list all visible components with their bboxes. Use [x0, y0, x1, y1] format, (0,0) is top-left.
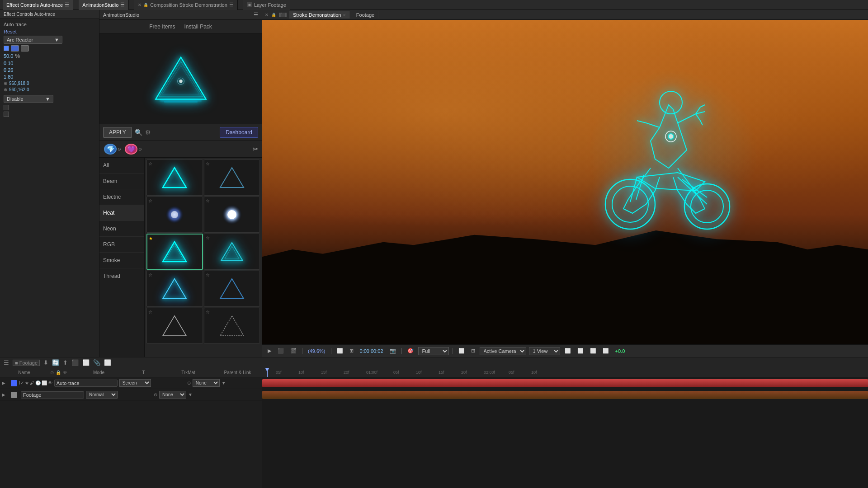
settings-icon-tabs[interactable]: ✂ — [253, 145, 258, 153]
cat-beam[interactable]: Beam — [99, 174, 144, 189]
star-6[interactable]: ☆ — [206, 235, 210, 240]
star-1[interactable]: ☆ — [148, 161, 152, 166]
disable-dropdown[interactable]: Disable ▼ — [4, 95, 53, 103]
track-bar-1[interactable] — [262, 379, 868, 387]
install-pack-link[interactable]: Install Pack — [184, 23, 212, 30]
star-7[interactable]: ☆ — [148, 272, 152, 277]
cat-electric[interactable]: Electric — [99, 189, 144, 205]
preset-item-5[interactable]: ★ — [146, 234, 203, 270]
comp-tab-stroke-demo[interactable]: Stroke Demonstration < — [289, 11, 350, 19]
coords1[interactable]: 960,918.0 — [9, 81, 29, 86]
settings-icon-toolbar[interactable]: ⚙ — [145, 129, 151, 136]
pct-value[interactable]: 50.0 — [4, 53, 13, 59]
cat-all[interactable]: All — [99, 158, 144, 174]
star-2[interactable]: ☆ — [206, 161, 210, 166]
menu-icon[interactable]: ☰ — [65, 2, 69, 8]
tl-icon-5[interactable]: ⬜ — [82, 359, 90, 366]
frame-button[interactable]: ⬜ — [335, 347, 345, 355]
layer-name-input-2[interactable] — [21, 391, 84, 399]
star-8[interactable]: ☆ — [206, 272, 210, 277]
quality-select[interactable]: Full Half Quarter — [418, 347, 449, 355]
panel-tab-effect-controls[interactable]: Effect Controls Auto-trace ☰ — [3, 0, 73, 10]
free-items-link[interactable]: Free Items — [149, 23, 175, 30]
layer-icon-fx[interactable]: f✓ — [19, 380, 24, 385]
panel-tab-composition[interactable]: ✕ 🔒 Composition Stroke Demonstration ☰ — [134, 0, 238, 10]
preview-button[interactable]: 🎬 — [288, 347, 298, 355]
checkbox-row-1[interactable] — [4, 45, 95, 52]
panel-tab-animation-studio[interactable]: AnimationStudio ☰ — [79, 0, 129, 10]
fit-button[interactable]: ⊞ — [348, 347, 355, 355]
preset-item-4[interactable]: ☆ — [204, 197, 260, 233]
tl-icon-1[interactable]: ⬇ — [43, 359, 48, 366]
cat-thread[interactable]: Thread — [99, 268, 144, 284]
preset-dropdown[interactable]: Arc Reactor ▼ — [4, 36, 62, 44]
menu-icon-2[interactable]: ☰ — [120, 2, 125, 8]
preset-item-10[interactable]: ☆ — [204, 308, 260, 344]
camera-select[interactable]: Active Camera — [480, 347, 526, 355]
grid-button[interactable]: ⊞ — [469, 347, 477, 355]
cat-smoke[interactable]: Smoke — [99, 253, 144, 268]
v1-value[interactable]: 0.10 — [4, 61, 13, 66]
search-icon[interactable]: 🔍 — [135, 129, 142, 136]
timeline-menu-icon[interactable]: ☰ — [4, 359, 9, 366]
cat-heat[interactable]: Heat — [99, 205, 144, 221]
mode-select-1[interactable]: Screen Normal — [119, 379, 151, 387]
gem-tab-2[interactable]: 💜 ⊙ — [124, 143, 143, 155]
preset-item-7[interactable]: ☆ — [146, 271, 203, 307]
icon-box-1[interactable] — [11, 45, 19, 52]
link-down-1[interactable]: ▼ — [222, 380, 226, 385]
stop-button[interactable]: ⬛ — [276, 347, 286, 355]
gem-1[interactable]: 💎 — [104, 144, 117, 155]
layer-color-1[interactable] — [11, 380, 17, 386]
preset-item-8[interactable]: ☆ — [204, 271, 260, 307]
expand-icon-2[interactable]: ▶ — [2, 392, 9, 397]
export-icon[interactable]: ⬜ — [576, 347, 585, 355]
as-menu-icon[interactable]: ☰ — [254, 12, 258, 18]
safe-frames-button[interactable]: ⬜ — [457, 347, 467, 355]
preset-item-2[interactable]: ☆ — [204, 160, 260, 196]
preset-item-3[interactable]: ☆ — [146, 197, 203, 233]
3d-icon[interactable]: ⬜ — [563, 347, 573, 355]
panel-tab-layer-footage[interactable]: ■ Layer Footage — [243, 0, 290, 10]
checkbox-2[interactable] — [4, 105, 9, 110]
tl-icon-6[interactable]: 📎 — [93, 359, 100, 366]
star-9[interactable]: ☆ — [148, 310, 152, 314]
v3-value[interactable]: 1.80 — [4, 74, 13, 80]
star-3[interactable]: ☆ — [148, 198, 152, 203]
gem-2[interactable]: 💜 — [125, 144, 137, 155]
tl-icon-2[interactable]: 🔄 — [52, 359, 59, 366]
zoom-level[interactable]: (49.6%) — [306, 347, 327, 355]
quality-icon[interactable]: 🎯 — [406, 347, 415, 355]
track-bar-2[interactable] — [262, 391, 868, 399]
layer-name-input-1[interactable] — [54, 380, 118, 387]
cat-neon[interactable]: Neon — [99, 221, 144, 237]
tl-icon-4[interactable]: ⬛ — [71, 359, 79, 366]
coords2[interactable]: 960,162.0 — [9, 87, 29, 92]
link-down-2[interactable]: ▼ — [188, 392, 193, 397]
comp-tab-footage[interactable]: Footage — [353, 11, 378, 19]
footage-label-tl[interactable]: ■ Footage — [13, 360, 40, 366]
expand-icon-1[interactable]: ▶ — [2, 380, 9, 385]
tl-icon-3[interactable]: ⬆ — [63, 359, 68, 366]
playhead[interactable] — [267, 368, 268, 377]
layer-icon-star[interactable]: ★ — [25, 380, 29, 385]
star-5[interactable]: ★ — [149, 236, 153, 241]
mode-select-2[interactable]: Normal Screen — [86, 391, 118, 399]
cat-rgb[interactable]: RGB — [99, 237, 144, 253]
apply-button[interactable]: APPLY — [103, 127, 132, 138]
camera-icon[interactable]: 📷 — [388, 347, 398, 355]
dashboard-button[interactable]: Dashboard — [220, 127, 258, 138]
gem-tab-1[interactable]: 💎 ⊙ — [103, 143, 122, 155]
tl-icon-7[interactable]: ⬜ — [104, 359, 111, 366]
preset-row[interactable]: Arc Reactor ▼ — [4, 36, 95, 44]
layer-icon-clock[interactable]: 🕐 — [35, 380, 41, 385]
view-select[interactable]: 1 View 2 Views 4 Views — [529, 347, 560, 355]
layer-icon-paint[interactable]: 🖌 — [30, 380, 34, 385]
play-button[interactable]: ▶ — [266, 347, 273, 355]
reset-button[interactable]: Reset — [4, 29, 17, 34]
checkbox-3[interactable] — [4, 112, 9, 117]
layer-icon-eye-2[interactable]: 👁 — [48, 380, 52, 385]
icon-box-2[interactable] — [21, 45, 29, 52]
link-select-2[interactable]: None — [159, 391, 186, 399]
v2-value[interactable]: 0.26 — [4, 67, 13, 73]
